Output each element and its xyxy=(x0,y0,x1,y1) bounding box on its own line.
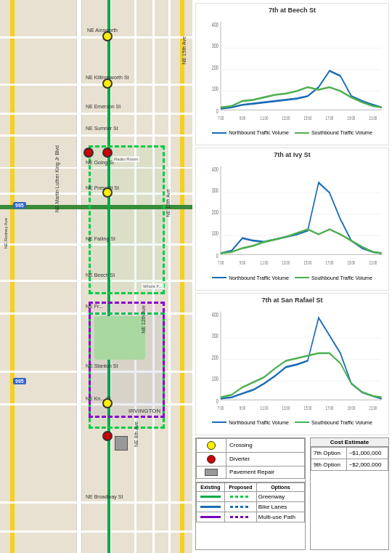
road-sumner xyxy=(0,134,192,137)
map-background: 995 995 NE Ainsworth NE Killingsworth St… xyxy=(0,0,192,553)
svg-text:7:00: 7:00 xyxy=(218,405,224,411)
svg-text:7:00: 7:00 xyxy=(218,116,224,121)
svg-text:15:00: 15:00 xyxy=(304,116,312,121)
label-8th: NE 8th Ave xyxy=(134,421,139,447)
diverter-marker-lower xyxy=(102,431,113,441)
label-fremont: NE Fr... xyxy=(86,304,103,309)
label-sumner: NE Sumner St xyxy=(86,126,118,131)
legend-ivy-nb-label: Northbound Traffic Volume xyxy=(229,275,289,280)
svg-text:17:00: 17:00 xyxy=(326,260,334,265)
svg-text:200: 200 xyxy=(212,63,219,71)
svg-text:300: 300 xyxy=(212,42,219,50)
crossing-marker-killingsworth xyxy=(102,78,113,89)
svg-text:0: 0 xyxy=(216,252,219,260)
chart-ivy-legend: Northbound Traffic Volume Southbound Tra… xyxy=(199,275,385,280)
svg-text:300: 300 xyxy=(212,331,219,339)
label-failing: NE Failing St xyxy=(86,236,115,241)
road-broadway xyxy=(0,501,192,504)
bike-lanes-label-cell: Bike Lanes xyxy=(256,501,304,512)
diverter-swatch xyxy=(207,455,216,464)
legend-sr-blue xyxy=(212,421,226,423)
legend-sr-green xyxy=(295,421,309,423)
svg-text:9:00: 9:00 xyxy=(240,405,245,411)
svg-text:400: 400 xyxy=(212,166,219,174)
svg-text:11:00: 11:00 xyxy=(261,405,269,411)
label-12th: NE 12th Ave xyxy=(141,305,146,334)
legend-blue-line xyxy=(212,132,226,134)
legend-ivy-northbound: Northbound Traffic Volume xyxy=(212,275,289,280)
chart-sanrafael-svg: 0 100 200 300 400 7:00 9:00 11:00 13:00 … xyxy=(199,305,385,419)
ninth-option-label: 9th Option xyxy=(311,459,346,470)
proposed-bike-swatch xyxy=(230,506,250,508)
chart-ivy-title: 7th at Ivy St xyxy=(199,151,385,158)
label-radio-room: Radio Room xyxy=(113,156,139,162)
right-panel: 7th at Beech St 0 100 200 300 400 7:00 9… xyxy=(192,0,392,553)
legend-ivy-sb-label: Southbound Traffic Volume xyxy=(311,275,372,280)
svg-text:0: 0 xyxy=(216,397,219,405)
existing-header: Existing xyxy=(197,483,225,491)
diverter-label-cell: Diverter xyxy=(226,452,305,466)
legend-sr-southbound: Southbound Traffic Volume xyxy=(295,420,372,425)
chart-sanrafael-area: 0 100 200 300 400 7:00 9:00 11:00 13:00 … xyxy=(199,305,385,419)
crossing-marker-prescott xyxy=(102,187,113,198)
existing-bike-swatch xyxy=(200,506,221,508)
svg-text:21:00: 21:00 xyxy=(369,260,377,265)
crossing-label-cell: Crossing xyxy=(226,438,305,452)
svg-text:11:00: 11:00 xyxy=(261,260,269,265)
svg-text:7:00: 7:00 xyxy=(218,260,224,265)
label-going: NE Going St xyxy=(86,160,114,165)
road-killingsworth xyxy=(0,84,192,86)
legend-ivy-southbound: Southbound Traffic Volume xyxy=(295,275,372,280)
label-beech: NE Beech St xyxy=(86,273,115,278)
chart-beech-legend: Northbound Traffic Volume Southbound Tra… xyxy=(199,130,385,135)
label-emerson: NE Emerson St xyxy=(86,104,121,109)
pavement-label-cell: Pavement Repair xyxy=(226,466,305,478)
label-whole-foods: Whole F... xyxy=(142,283,164,289)
label-15th: NE 15th Ave xyxy=(181,36,187,65)
svg-text:15:00: 15:00 xyxy=(304,405,312,411)
existing-multiuse-swatch xyxy=(200,516,221,518)
bottom-panels: Crossing Diverter Pavement Repair xyxy=(195,437,389,550)
pavement-repair-marker xyxy=(115,436,128,451)
svg-text:0: 0 xyxy=(216,108,219,116)
legend-green-line xyxy=(295,132,309,134)
label-irvington: IRVINGTON xyxy=(127,407,162,415)
pavement-swatch xyxy=(205,469,218,476)
svg-text:19:00: 19:00 xyxy=(348,260,356,265)
chart-beech-svg: 0 100 200 300 400 7:00 9:00 11:00 13:00 … xyxy=(199,15,385,129)
svg-text:13:00: 13:00 xyxy=(282,405,290,411)
crossing-marker-knott xyxy=(102,398,113,408)
legend-ivy-green xyxy=(295,277,309,278)
chart-ivy: 7th at Ivy St 0 100 200 300 400 7:00 9:0… xyxy=(195,148,389,290)
road-emerson xyxy=(0,113,192,115)
road-ainsworth xyxy=(0,36,192,39)
options-header: Options xyxy=(256,483,304,491)
legend-ivy-blue xyxy=(212,277,226,278)
svg-text:100: 100 xyxy=(212,85,219,93)
greenway-label-cell: Greenway xyxy=(256,491,304,501)
freeway-shield-995b: 995 xyxy=(13,378,26,384)
svg-text:21:00: 21:00 xyxy=(369,405,377,411)
park-area xyxy=(94,316,145,360)
seventh-option-label: 7th Option xyxy=(311,447,346,459)
existing-greenway-swatch xyxy=(200,496,221,498)
road-other-h xyxy=(0,530,192,533)
legend-sr-sb-label: Southbound Traffic Volume xyxy=(311,420,372,425)
svg-text:17:00: 17:00 xyxy=(326,116,334,121)
diverter-marker-upper-w xyxy=(83,148,94,158)
legend-sr-nb-label: Northbound Traffic Volume xyxy=(229,420,289,425)
cost-table-header: Cost Estimate xyxy=(311,438,388,447)
legend-southbound-label: Southbound Traffic Volume xyxy=(311,130,372,135)
label-stanton: NE Stanton St xyxy=(86,363,118,368)
svg-text:13:00: 13:00 xyxy=(282,260,290,265)
svg-text:15:00: 15:00 xyxy=(304,260,312,265)
legend-southbound: Southbound Traffic Volume xyxy=(295,130,372,135)
svg-text:17:00: 17:00 xyxy=(326,405,334,411)
legend-northbound-label: Northbound Traffic Volume xyxy=(229,130,289,135)
svg-text:21:00: 21:00 xyxy=(369,116,377,121)
chart-sanrafael-title: 7th at San Rafael St xyxy=(199,296,385,304)
multiuse-label-cell: Multi-use Path xyxy=(256,512,304,522)
diverter-marker-upper-e xyxy=(102,148,113,158)
seventh-cost: ~$1,000,000 xyxy=(346,447,388,459)
svg-text:200: 200 xyxy=(212,353,219,361)
